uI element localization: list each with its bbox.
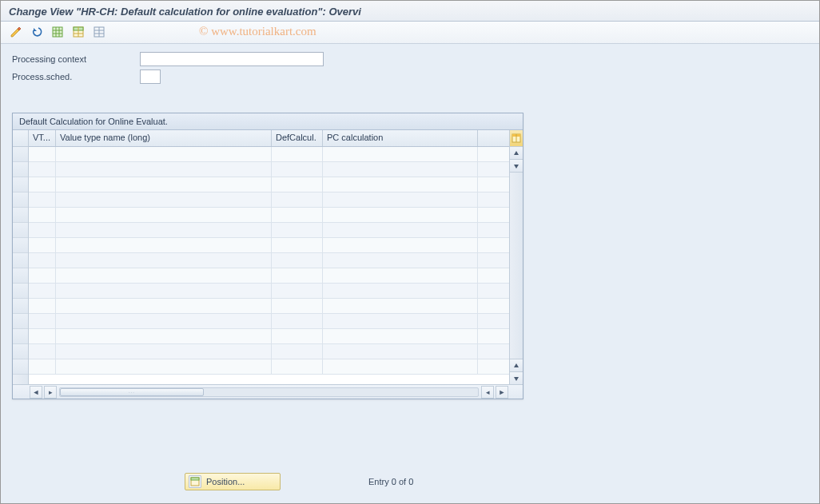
row-header-cell[interactable] <box>13 344 28 359</box>
table-row[interactable] <box>29 177 509 192</box>
column-header-row: VT... Value type name (long) DefCalcul. … <box>29 130 509 147</box>
position-button[interactable]: Position... <box>185 473 281 490</box>
scroll-last-button[interactable]: ► <box>496 386 508 399</box>
table-row[interactable] <box>29 268 509 284</box>
row-header-cell[interactable] <box>13 359 28 375</box>
grid-surface: VT... Value type name (long) DefCalcul. … <box>13 130 523 384</box>
table-row[interactable] <box>29 238 509 253</box>
table-row[interactable] <box>29 344 509 359</box>
content-area: Processing context Process.sched. Defaul… <box>1 44 819 504</box>
window-title-bar: Change View "HR-CH: Default calculation … <box>1 1 819 22</box>
column-header-defcalcul[interactable]: DefCalcul. <box>272 130 323 146</box>
undo-button[interactable] <box>28 24 46 40</box>
table-row[interactable] <box>29 162 509 177</box>
table-row[interactable] <box>29 192 509 208</box>
row-header-cell[interactable] <box>13 147 28 162</box>
scroll-down-step-button[interactable] <box>510 160 523 173</box>
row-header-cell[interactable] <box>13 192 28 208</box>
vertical-scroll-track[interactable] <box>510 173 523 359</box>
row-header-cell[interactable] <box>13 238 28 253</box>
table-row[interactable] <box>29 284 509 299</box>
scroll-first-button[interactable]: ◄ <box>30 386 42 399</box>
row-header-cell[interactable] <box>13 314 28 329</box>
process-sched-input[interactable] <box>140 69 161 84</box>
row-header-cell[interactable] <box>13 162 28 177</box>
row-header-cell[interactable] <box>13 268 28 284</box>
table-row[interactable] <box>29 359 509 375</box>
vertical-scrollbar[interactable] <box>509 130 523 384</box>
triangle-up-icon <box>513 150 519 157</box>
table-row[interactable] <box>29 329 509 344</box>
row-header-column <box>13 130 29 384</box>
window-title: Change View "HR-CH: Default calculation … <box>9 6 361 18</box>
app-toolbar: © www.tutorialkart.com <box>1 22 819 44</box>
table-row[interactable] <box>29 147 509 162</box>
row-header-cell[interactable] <box>13 253 28 268</box>
column-header-pc-calculation[interactable]: PC calculation <box>323 130 478 146</box>
svg-rect-17 <box>191 478 199 480</box>
scroll-up-button[interactable] <box>510 147 523 160</box>
table-green-icon <box>51 26 64 38</box>
undo-arrow-icon <box>30 26 43 38</box>
column-header-name[interactable]: Value type name (long) <box>56 130 272 146</box>
processing-context-row: Processing context <box>12 52 808 66</box>
column-header-vt[interactable]: VT... <box>29 130 56 146</box>
table-row[interactable] <box>29 314 509 329</box>
select-block-button[interactable] <box>70 24 87 40</box>
table-config-icon <box>512 133 521 143</box>
footer-bar: Position... Entry 0 of 0 <box>1 473 819 490</box>
scroll-up-step-button[interactable] <box>510 359 523 371</box>
row-header-cell[interactable] <box>13 329 28 344</box>
pencil-icon <box>10 26 22 38</box>
horizontal-scroll-track[interactable]: ∙∙∙ <box>59 387 479 397</box>
row-header-cell[interactable] <box>13 223 28 238</box>
scroll-down-button[interactable] <box>510 371 523 384</box>
select-all-button[interactable] <box>49 24 66 40</box>
horizontal-scrollbar[interactable]: ◄ ▸ ∙∙∙ ◂ ► <box>13 384 523 399</box>
row-header-cell[interactable] <box>13 299 28 314</box>
toggle-change-display-button[interactable] <box>7 24 25 40</box>
table-row[interactable] <box>29 253 509 268</box>
deselect-all-button[interactable] <box>90 24 108 40</box>
position-button-label: Position... <box>206 477 245 486</box>
processing-context-input[interactable] <box>140 52 324 66</box>
row-header-cell[interactable] <box>13 177 28 192</box>
processing-context-label: Processing context <box>12 54 140 64</box>
table-row[interactable] <box>29 208 509 223</box>
row-header-cell[interactable] <box>13 208 28 223</box>
entry-counter: Entry 0 of 0 <box>368 477 413 486</box>
position-icon <box>189 475 201 488</box>
process-sched-label: Process.sched. <box>12 72 140 81</box>
scroll-left-button[interactable]: ▸ <box>44 386 57 399</box>
table-settings-button[interactable] <box>510 130 523 147</box>
grid-rows <box>29 147 509 375</box>
grid-container: Default Calculation for Online Evaluat. <box>12 113 523 399</box>
table-select-icon <box>72 26 85 38</box>
watermark-text: © www.tutorialkart.com <box>199 25 316 38</box>
triangle-down-icon <box>513 163 519 169</box>
process-sched-row: Process.sched. <box>12 69 808 84</box>
table-row[interactable] <box>29 223 509 238</box>
row-header-cell[interactable] <box>13 284 28 299</box>
triangle-up-icon <box>513 363 519 369</box>
table-row[interactable] <box>29 299 509 314</box>
horizontal-scroll-thumb[interactable]: ∙∙∙ <box>60 388 204 396</box>
triangle-down-icon <box>513 375 519 382</box>
table-plain-icon <box>93 26 105 38</box>
row-header-corner[interactable] <box>13 130 28 147</box>
grid-data-area: VT... Value type name (long) DefCalcul. … <box>29 130 509 384</box>
scroll-right-button[interactable]: ◂ <box>481 386 494 399</box>
grid-title: Default Calculation for Online Evaluat. <box>13 113 523 130</box>
svg-rect-0 <box>53 27 62 37</box>
